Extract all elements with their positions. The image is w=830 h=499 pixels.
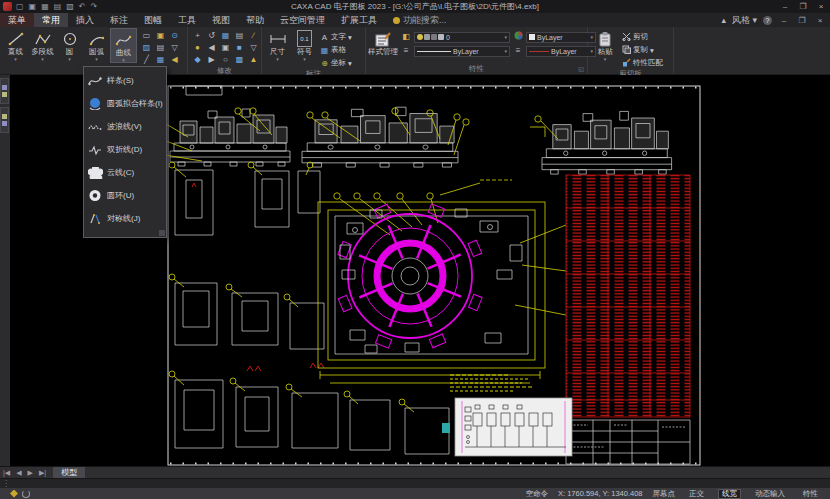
paint-format-icon[interactable]: ◧ [401,31,411,43]
function-search[interactable]: 功能搜索... [385,13,447,27]
point-icon[interactable]: ⊙ [168,30,181,42]
array-icon[interactable]: ▦ [219,30,232,42]
redo-icon[interactable]: ↷ [91,2,98,11]
tab-common[interactable]: 常用 [34,13,68,27]
properties-panel-tab[interactable] [0,107,9,133]
coordinate-tool[interactable]: ⊕ 坐标▾ [318,57,354,69]
menu-item-arc-fit-spline[interactable]: 圆弧拟合样条(I) [84,92,166,115]
minimize-button[interactable]: – [776,2,794,11]
linetype-combo[interactable]: ByLayer ▾ [414,46,510,57]
tab-menu[interactable]: 菜单 [0,13,34,27]
mirror-icon[interactable]: ▤ [233,30,246,42]
menu-item-symmetry-line[interactable]: 对称线(J) [84,207,166,230]
table-tool[interactable]: ▦ 表格 [318,44,354,56]
properties-toggle[interactable]: 特性 [799,489,822,499]
style-manager-button[interactable]: 样式管理 [368,28,398,57]
ortho-toggle[interactable]: 正交 [685,489,708,499]
erase-icon[interactable]: ▲ [247,54,260,66]
restore-button[interactable]: ❐ [794,2,812,11]
explode-icon[interactable]: ▩ [233,54,246,66]
command-line[interactable]: ⋮ [0,478,830,488]
tab-sheet[interactable]: 图幅 [136,13,170,27]
text-tool[interactable]: A 文字▾ [318,31,354,43]
doc-close-button[interactable]: × [814,16,826,25]
tab-cloud[interactable]: 云空间管理 [272,13,333,27]
color-combo[interactable]: ByLayer ▾ [526,32,596,43]
tab-annotate[interactable]: 标注 [102,13,136,27]
library-panel-tab[interactable] [0,78,9,104]
symbol-tool[interactable]: 0.1 符号 ▾ [291,28,318,61]
tab-help[interactable]: 帮助 [238,13,272,27]
next-sheet-button[interactable]: ▶ [25,469,36,477]
fill-icon[interactable]: ■ [233,42,246,54]
trim-icon[interactable]: ▽ [247,42,260,54]
extend-icon[interactable]: ▶ [205,54,218,66]
app-icon[interactable] [3,2,12,11]
new-icon[interactable]: ▢ [16,2,24,11]
menu-item-zigzag-line[interactable]: 双折线(D) [84,138,166,161]
line-tool[interactable]: 直线 ▾ [2,28,29,61]
properties-launcher-icon[interactable]: ◱ [578,65,584,72]
polyline-tool[interactable]: 多段线 ▾ [29,28,56,61]
rotate-icon[interactable]: ↺ [205,30,218,42]
lineweight-combo[interactable]: ByLayer ▾ [526,46,596,57]
color-palette-icon[interactable] [513,31,523,43]
paste-button[interactable]: 粘贴 ▾ [590,28,620,61]
callout-icon[interactable]: ◀ [168,54,181,66]
circle-tool[interactable]: 圆 ▾ [56,28,83,61]
move-icon[interactable]: + [191,30,204,42]
menu-item-spline[interactable]: 样条(S) [84,69,166,92]
doc-minimize-button[interactable]: – [778,16,790,25]
chamfer-icon[interactable]: ◆ [191,54,204,66]
last-sheet-button[interactable]: ▶| [36,469,49,477]
menu-item-cloud-line[interactable]: 云线(C) [84,161,166,184]
close-button[interactable]: × [812,2,830,11]
tab-model[interactable]: 模型 [53,467,85,478]
tab-view[interactable]: 视图 [204,13,238,27]
command-line-grip[interactable]: ⋮ [0,479,9,488]
dimension-tool[interactable]: 尺寸 ▾ [264,28,291,61]
first-sheet-button[interactable]: |◀ [0,469,13,477]
ribbon-collapse-icon[interactable]: ▴ [721,15,726,25]
help-icon[interactable]: ? [763,16,772,25]
point-mode-dropdown[interactable]: 屏幕点 [653,489,676,499]
image-icon[interactable]: ▤ [154,42,167,54]
snapshot-icon[interactable] [10,490,18,498]
style-dropdown[interactable]: 风格 ▾ [732,14,757,27]
construction-line-icon[interactable]: ╱ [140,54,153,66]
menu-item-wave-line[interactable]: 波浪线(V) [84,115,166,138]
hatch-icon[interactable]: ▨ [140,42,153,54]
lineweight-toggle[interactable]: 线宽 [718,489,741,499]
print-icon[interactable]: ▤ [54,2,62,11]
arc-icon [89,30,105,47]
scale-icon[interactable]: ▣ [219,42,232,54]
tab-ext-tools[interactable]: 扩展工具 [333,13,385,27]
menu-resize-grip[interactable] [159,230,165,236]
open-icon[interactable]: ▣ [29,2,37,11]
doc-restore-button[interactable]: ❐ [796,16,808,25]
undo-icon[interactable]: ↶ [79,2,86,11]
block-icon[interactable]: ▣ [154,30,167,42]
titlebar: ▢ ▣ ▦ ▤ ▧ ↶ ↷ CAXA CAD 电子图板 2023 - [G:\公… [0,0,830,13]
rectangle-icon[interactable]: ▭ [140,30,153,42]
break-icon[interactable]: ○ [219,54,232,66]
curve-tool[interactable]: 曲线 ▾ [110,28,137,63]
arc-tool[interactable]: 圆弧 ▾ [83,28,110,61]
region-icon[interactable]: ▦ [154,54,167,66]
layer-combo[interactable]: 0 ▾ [414,32,510,43]
tab-tools[interactable]: 工具 [170,13,204,27]
prev-sheet-button[interactable]: ◀ [13,469,24,477]
save-icon[interactable]: ▦ [41,2,49,11]
offset-icon[interactable]: ● [191,42,204,54]
copy-button[interactable]: 复制▾ [620,44,665,56]
edit-icon[interactable]: ∕ [247,30,260,42]
stretch-icon[interactable]: ◀ [205,42,218,54]
polygon-icon[interactable]: ▽ [168,42,181,54]
cut-button[interactable]: 剪切 [620,31,665,43]
preview-icon[interactable]: ▧ [66,2,74,11]
menu-item-donut[interactable]: 圆环(U) [84,184,166,207]
refresh-icon[interactable] [22,490,30,498]
match-properties-button[interactable]: 特性匹配 [620,57,665,69]
dynamic-input-toggle[interactable]: 动态输入 [751,489,789,499]
tab-insert[interactable]: 插入 [68,13,102,27]
